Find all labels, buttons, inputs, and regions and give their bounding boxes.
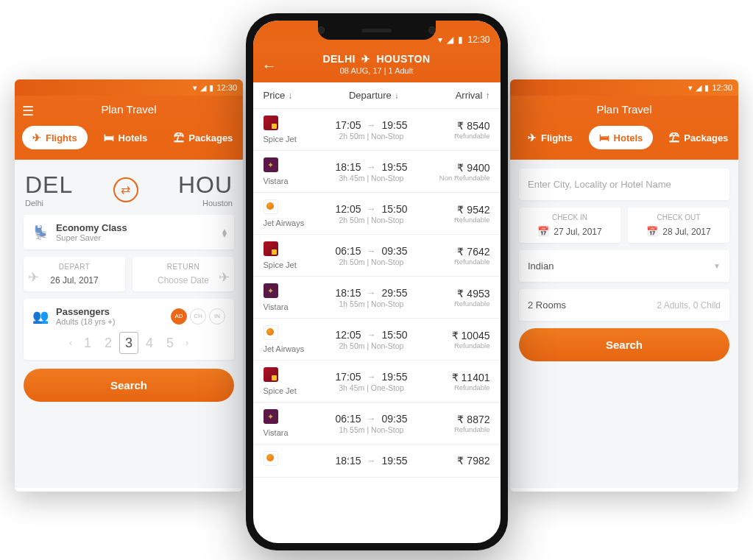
depart-label: DEPART [28,263,121,271]
airline-name: Vistara [264,428,321,437]
flight-row[interactable]: Jet Airways12:05→15:502h 50m | Non-Stop₹… [253,193,501,235]
checkout-value: 28 Jul, 2017 [662,227,710,237]
wifi-icon: ▾ [193,83,197,93]
airline-name: Jet Airways [264,344,321,353]
screen-hotels: ▾ ◢ ▮ 12:30 ☰ Plan Travel ✈Flights 🛏Hote… [510,79,738,492]
origin-col[interactable]: DEL Delhi [25,171,73,208]
class-select[interactable]: 💺 Economy Class Super Saver ▴▾ [24,215,234,249]
hotels-body: Enter City, Locality or Hotel Name CHECK… [510,160,738,488]
city-input[interactable]: Enter City, Locality or Hotel Name [519,169,729,200]
origin-code: DEL [25,171,73,199]
tab-hotels[interactable]: 🛏Hotels [589,126,654,149]
pax-num-5[interactable]: 5 [160,332,180,354]
airline-name: Spice Jet [264,135,321,143]
sort-price-label: Price [264,90,286,101]
search-button[interactable]: Search [24,369,234,402]
pax-number-picker[interactable]: ‹ 1 2 3 4 5 › [32,332,225,354]
dep-time: 18:15 [335,455,361,467]
arrow-right-icon: → [367,246,376,256]
rooms-select[interactable]: 2 Rooms 2 Adults, 0 Child [519,289,729,321]
arrow-down-icon: ↓ [395,91,399,101]
depart-date[interactable]: DEPART ✈ 26 Jul, 2017 [24,257,125,291]
chevron-left-icon[interactable]: ‹ [65,338,77,348]
screen-flights: ▾ ◢ ▮ 12:30 ☰ Plan Travel ✈Flights 🛏Hote… [15,79,243,492]
tab-hotels-label: Hotels [119,132,148,143]
pax-num-2[interactable]: 2 [99,332,118,354]
tab-flights[interactable]: ✈Flights [22,126,88,149]
status-bar: ▾ ◢ ▮ 12:30 [510,79,738,96]
sort-price[interactable]: Price↓ [264,90,293,101]
flight-row[interactable]: Jet Airways12:05→15:502h 50m | Non-Stop₹… [253,319,501,361]
route-sub: 08 AUG, 17 | 1 Adult [261,66,493,75]
flight-row[interactable]: Vistara18:15→29:551h 55m | Non-Stop₹ 495… [253,277,501,319]
flights-body: DEL Delhi ⇄ HOU Houston 💺 Economy Class … [15,160,243,488]
pax-num-4[interactable]: 4 [140,332,159,354]
refund-label: Refundable [423,300,490,308]
tab-flights[interactable]: ✈Flights [517,126,583,149]
flight-row[interactable]: Spice Jet06:15→09:352h 50m | Non-Stop₹ 7… [253,235,501,277]
checkin-box[interactable]: CHECK IN 📅27 Jul, 2017 [519,208,621,243]
return-date[interactable]: RETURN Choose Date ✈ [132,257,234,291]
flight-price: ₹ 4953 [423,288,490,300]
arrow-right-icon: → [367,120,376,130]
chevron-right-icon[interactable]: › [181,338,193,348]
page-title: Plan Travel [22,103,236,116]
flight-row[interactable]: Vistara06:15→09:351h 55m | Non-Stop₹ 887… [253,403,501,444]
pax-num-3[interactable]: 3 [119,332,138,354]
flight-row[interactable]: Spice Jet17:05→19:553h 45m | One-Stop₹ 1… [253,361,501,403]
sort-bar: Price↓ Departure↓ Arrival↑ [253,82,501,109]
airline-logo-icon [264,283,278,298]
travel-tabs: ✈Flights 🛏Hotels ⛱Packages [517,126,731,149]
refund-label: Refundable [423,258,490,266]
refund-label: Refundable [423,216,490,224]
pill-adult[interactable]: AD [171,308,187,325]
return-value: Choose Date [137,275,230,286]
battery-icon: ▮ [704,83,709,93]
plane-takeoff-icon: ✈ [28,269,39,286]
tab-flights-label: Flights [46,132,77,143]
sort-arrival[interactable]: Arrival↑ [456,90,490,101]
flight-list[interactable]: Spice Jet17:05→19:552h 50m | Non-Stop₹ 8… [253,109,501,478]
tab-packages[interactable]: ⛱Packages [659,126,738,149]
flight-price: ₹ 11401 [423,372,490,383]
arrow-right-icon: → [367,288,376,298]
airline-logo-icon [264,116,278,130]
refund-label: Non Refundable [423,174,490,182]
refund-label: Refundable [423,383,490,391]
arrow-down-icon: ↓ [288,91,292,101]
pax-num-1[interactable]: 1 [78,332,97,354]
dest-col[interactable]: HOU Houston [178,171,233,208]
sort-arrival-label: Arrival [456,90,483,101]
search-button[interactable]: Search [519,328,729,361]
pax-type-pills: AD CH IN [171,308,225,325]
airline-logo-icon [264,367,278,382]
swap-icon[interactable]: ⇄ [113,177,138,202]
flight-row[interactable]: Spice Jet17:05→19:552h 50m | Non-Stop₹ 8… [253,109,501,151]
flight-price: ₹ 10045 [423,330,490,341]
route-to: HOUSTON [376,53,430,65]
refund-label: Refundable [423,341,490,350]
flight-row[interactable]: 18:15→19:55₹ 7982 [253,444,501,478]
nationality-select[interactable]: Indian ▼ [519,250,729,282]
battery-icon: ▮ [209,83,213,93]
checkout-box[interactable]: CHECK OUT 📅28 Jul, 2017 [628,208,729,243]
tab-packages[interactable]: ⛱Packages [163,126,243,149]
tab-hotels[interactable]: 🛏Hotels [93,126,158,149]
flight-price: ₹ 7642 [423,246,490,258]
flight-price: ₹ 7982 [423,455,490,467]
pill-child[interactable]: CH [190,308,206,325]
chevron-down-icon: ▼ [713,262,721,270]
flight-row[interactable]: Vistara18:15→19:553h 45m | Non-Stop₹ 940… [253,151,501,193]
tab-flights-label: Flights [541,132,573,143]
dep-time: 18:15 [335,161,361,173]
nationality-value: Indian [528,260,554,272]
sort-departure[interactable]: Departure↓ [349,90,399,101]
arrow-right-icon: → [367,162,376,172]
menu-icon[interactable]: ☰ [22,103,34,119]
airline-name: Jet Airways [264,219,321,227]
passengers-panel[interactable]: 👥 Passengers Adults (18 yrs +) AD CH IN … [24,299,234,360]
calendar-icon: 📅 [646,226,658,237]
dep-time: 17:05 [335,119,361,131]
pill-infant[interactable]: IN [209,308,225,325]
airline-name: Vistara [264,302,321,311]
